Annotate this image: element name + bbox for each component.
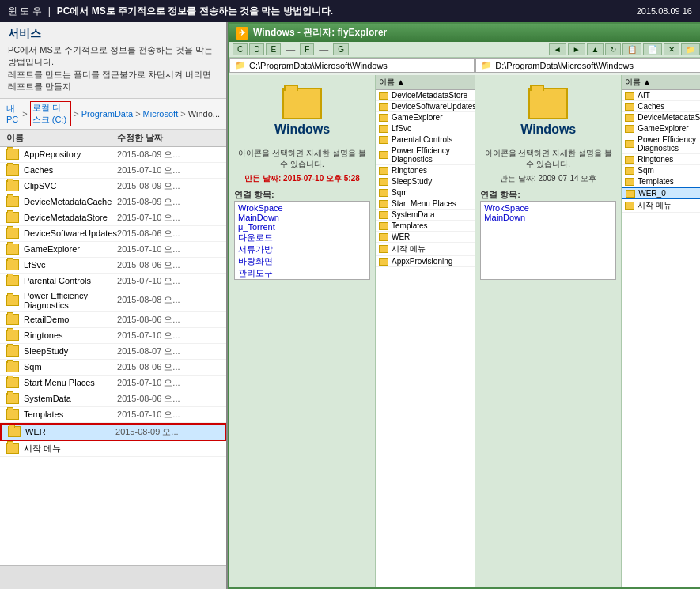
toolbar-btn-f[interactable]: F: [300, 43, 314, 55]
pane2-col-name: 이름 ▲: [625, 77, 651, 88]
pane1-links-list[interactable]: WrokSpaceMainDownμ_Torrent다운로드서류가방바탕화면관리…: [234, 201, 370, 280]
toolbar-refresh[interactable]: ↻: [605, 43, 621, 55]
list-item[interactable]: Templates2015-07-10 오...: [0, 407, 226, 423]
pane-file-item[interactable]: Ringtones: [376, 165, 475, 176]
pane-link[interactable]: MainDown: [484, 213, 612, 222]
file-date: 2015-07-10 오...: [117, 377, 220, 389]
pane-file-name: Sqm: [638, 166, 654, 175]
breadcrumb-programdata[interactable]: ProgramData: [81, 109, 133, 119]
pane-link[interactable]: MainDown: [238, 213, 366, 222]
toolbar-btn-g[interactable]: G: [333, 43, 349, 55]
pane-file-item[interactable]: Power Efficiency Diagnostics: [622, 134, 700, 154]
pane-file-item[interactable]: Ringtones: [622, 154, 700, 165]
file-date: 2015-07-10 오...: [117, 275, 220, 287]
pane-file-item[interactable]: WER_0: [622, 187, 700, 199]
pane-file-name: SleepStudy: [392, 177, 432, 186]
pane-link[interactable]: 다운로드: [238, 232, 366, 244]
file-list-header: 이름 수정한 날짜: [0, 130, 226, 147]
pane-file-item[interactable]: Sqm: [622, 165, 700, 176]
file-date: 2015-07-10 오...: [117, 212, 220, 224]
pane-file-item[interactable]: 시작 메뉴: [376, 243, 475, 256]
pane-file-item[interactable]: DeviceSoftwareUpdates: [376, 101, 475, 112]
list-item[interactable]: ClipSVC2015-08-09 오...: [0, 179, 226, 194]
list-item[interactable]: Sqm2015-08-06 오...: [0, 360, 226, 376]
list-item[interactable]: DeviceSoftwareUpdates2015-08-06 오...: [0, 226, 226, 242]
left-header-desc2: 레포트를 만드는 폴더를 접근불가로 차단시켜 버리면 레포트를 만들지: [8, 70, 211, 91]
pane-file-item[interactable]: SystemData: [376, 210, 475, 221]
pane-folder-icon: [625, 202, 634, 210]
pane-2: 📁 D:\ProgramData\Microsoft\Windows Windo…: [475, 58, 700, 587]
list-item[interactable]: GameExplorer2015-07-10 오...: [0, 242, 226, 258]
pane1-file-list[interactable]: DeviceMetadataStoreDeviceSoftwareUpdates…: [376, 90, 475, 587]
pane-file-item[interactable]: SleepStudy: [376, 176, 475, 187]
pane-file-item[interactable]: Power Efficiency Diagnostics: [376, 145, 475, 165]
pane-file-item[interactable]: Parental Controls: [376, 134, 475, 145]
list-item[interactable]: RetailDemo2015-08-06 오...: [0, 312, 226, 328]
pane-file-item[interactable]: AppxProvisioning: [376, 256, 475, 267]
pane-link[interactable]: 관리도구: [238, 267, 366, 279]
pane-file-item[interactable]: Sqm: [376, 187, 475, 198]
list-item[interactable]: Parental Controls2015-07-10 오...: [0, 274, 226, 289]
pane-file-name: GameExplorer: [638, 124, 688, 133]
toolbar-forward[interactable]: ►: [568, 43, 585, 55]
toolbar-paste[interactable]: 📄: [643, 43, 662, 55]
pane-file-item[interactable]: Templates: [622, 176, 700, 187]
list-item[interactable]: SleepStudy2015-08-07 오...: [0, 344, 226, 360]
list-item[interactable]: AppRepository2015-08-09 오...: [0, 147, 226, 163]
pane-file-item[interactable]: Caches: [622, 101, 700, 112]
file-date: 2015-08-09 오...: [117, 149, 220, 160]
col-date-header[interactable]: 수정한 날짜: [117, 132, 220, 144]
pane2-links-list[interactable]: WrokSpaceMainDown: [480, 201, 616, 280]
folder-icon: [6, 393, 19, 404]
pane-link[interactable]: WrokSpace: [238, 203, 366, 213]
pane-file-item[interactable]: GameExplorer: [376, 112, 475, 123]
pane-link[interactable]: 서류가방: [238, 244, 366, 255]
pane1-win-folder-icon: [282, 88, 322, 119]
list-item[interactable]: Start Menu Places2015-07-10 오...: [0, 376, 226, 391]
pane-link[interactable]: WrokSpace: [484, 203, 612, 213]
toolbar-btn-c[interactable]: C: [233, 43, 248, 55]
toolbar-up[interactable]: ▲: [587, 43, 604, 55]
pane-file-item[interactable]: LfSvc: [376, 123, 475, 134]
pane-file-item[interactable]: Start Menu Places: [376, 198, 475, 210]
pane-folder-icon: [625, 114, 634, 122]
toolbar-btn-d[interactable]: D: [249, 43, 264, 55]
toolbar-folder[interactable]: 📁: [681, 43, 700, 55]
list-item[interactable]: LfSvc2015-08-06 오...: [0, 258, 226, 274]
pane-file-item[interactable]: GameExplorer: [622, 123, 700, 134]
top-bar: 윈 도 우 | PC에서 MS로 주기적으로 정보를 전송하는 것을 막는 방법…: [0, 0, 700, 22]
pane-file-item[interactable]: Templates: [376, 221, 475, 232]
pane1-content: Windows 아이콘을 선택하면 자세한 설명을 볼 수 있습니다. 만든 날…: [229, 75, 475, 587]
list-item[interactable]: WER2015-08-09 오...: [0, 423, 226, 441]
pane-file-item[interactable]: AIT: [622, 90, 700, 101]
pane-file-name: Parental Controls: [392, 135, 452, 144]
toolbar-btn-e[interactable]: E: [266, 43, 281, 55]
toolbar-copy[interactable]: 📋: [622, 43, 641, 55]
pane-file-item[interactable]: DeviceMetadataStore: [376, 90, 475, 101]
folder-icon: [6, 228, 19, 239]
pane2-links-label: 연결 항목:: [480, 189, 616, 201]
list-item[interactable]: Power Efficiency Diagnostics2015-08-08 오…: [0, 289, 226, 312]
breadcrumb-microsoft[interactable]: Microsoft: [143, 109, 179, 119]
file-date: 2015-08-08 오...: [117, 294, 220, 306]
pane-link[interactable]: 바탕화면: [238, 255, 366, 267]
col-name-header[interactable]: 이름: [6, 132, 117, 144]
pane-link[interactable]: μ_Torrent: [238, 222, 366, 232]
toolbar-back[interactable]: ◄: [549, 43, 566, 55]
pane-file-item[interactable]: WER: [376, 232, 475, 243]
top-bar-title: PC에서 MS로 주기적으로 정보를 전송하는 것을 막는 방법입니다.: [57, 5, 333, 18]
file-list[interactable]: AppRepository2015-08-09 오...Caches2015-0…: [0, 147, 226, 565]
pane-file-item[interactable]: DeviceMetadataStore: [622, 112, 700, 123]
toolbar-delete[interactable]: ✕: [664, 43, 679, 55]
pane-file-item[interactable]: 시작 메뉴: [622, 199, 700, 213]
file-name: DeviceMetadataCache: [24, 197, 117, 206]
list-item[interactable]: DeviceMetadataStore2015-07-10 오...: [0, 210, 226, 226]
list-item[interactable]: SystemData2015-08-06 오...: [0, 391, 226, 407]
pane2-file-list[interactable]: AITCachesDeviceMetadataStoreGameExplorer…: [622, 90, 700, 587]
list-item[interactable]: 시작 메뉴: [0, 441, 226, 457]
list-item[interactable]: DeviceMetadataCache2015-08-09 오...: [0, 194, 226, 210]
breadcrumb-c[interactable]: 로컬 디스크 (C:): [30, 101, 72, 126]
breadcrumb-mypc[interactable]: 내 PC: [6, 103, 20, 124]
list-item[interactable]: Caches2015-07-10 오...: [0, 163, 226, 179]
list-item[interactable]: Ringtones2015-07-10 오...: [0, 328, 226, 344]
